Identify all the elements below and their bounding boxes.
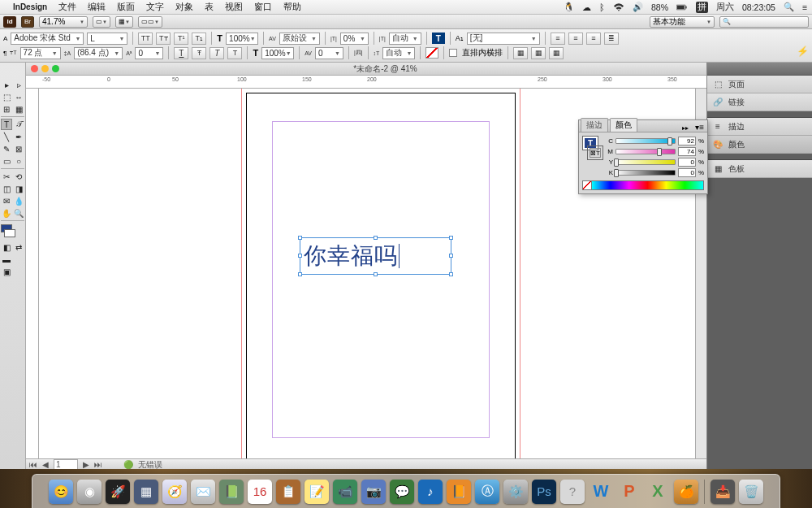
color-tab-stroke[interactable]: 描边 xyxy=(581,118,608,132)
ruler-vertical[interactable] xyxy=(26,89,39,458)
tracking-field[interactable]: 0▼ xyxy=(315,47,343,59)
spotlight-icon[interactable]: 🔍 xyxy=(784,2,794,12)
color-panel[interactable]: 描边 颜色 ▸▸▾≡ T ⊠T C92% M74% Y0% K0% xyxy=(578,119,708,194)
revital-button[interactable]: T xyxy=(227,47,242,59)
direct-select-tool[interactable]: ▹ xyxy=(13,79,24,90)
panel-swatches[interactable]: ▦色板 xyxy=(707,160,812,178)
font-size-field[interactable]: 72 点▼ xyxy=(20,47,61,59)
note-tool[interactable]: ✉ xyxy=(1,195,12,206)
menu-type[interactable]: 文字 xyxy=(146,1,164,13)
leading-field[interactable]: (86.4 点)▼ xyxy=(74,47,123,59)
notification-icon[interactable]: ≡ xyxy=(802,2,807,12)
free-transform-tool[interactable]: ⟲ xyxy=(13,171,24,182)
battery-icon[interactable] xyxy=(676,2,688,13)
dock-notes-icon[interactable]: 📝 xyxy=(304,480,329,504)
panel-tabstrip[interactable] xyxy=(707,63,812,76)
color-tab-color[interactable]: 颜色 xyxy=(610,118,637,132)
grid1-button[interactable]: ▦ xyxy=(513,47,528,59)
volume-icon[interactable]: 🔊 xyxy=(633,2,643,12)
window-zoom-icon[interactable] xyxy=(52,65,59,72)
wifi-icon[interactable] xyxy=(613,2,624,13)
dock-questionmark-icon[interactable]: ? xyxy=(560,480,585,504)
selection-tool[interactable]: ▸ xyxy=(1,79,12,90)
stroke-t-box[interactable]: ⊠T xyxy=(587,145,603,160)
ellipse-tool[interactable]: ○ xyxy=(13,155,24,167)
dock-safari-icon[interactable]: 🧭 xyxy=(162,480,187,504)
dock-itunes-icon[interactable]: ♪ xyxy=(418,480,443,504)
dock-preferences-icon[interactable]: ⚙️ xyxy=(503,480,528,504)
window-close-icon[interactable] xyxy=(31,65,38,72)
type-tool[interactable]: T xyxy=(1,119,12,130)
allcaps-button[interactable]: TT xyxy=(138,33,153,45)
dock-downloads-icon[interactable]: 📥 xyxy=(710,480,735,504)
eyedropper-tool[interactable]: 💧 xyxy=(13,195,24,206)
bluetooth-icon[interactable]: ᛒ xyxy=(599,2,605,12)
swap-fill-icon[interactable]: ⇄ xyxy=(13,241,24,253)
dock-ibooks-icon[interactable]: 📙 xyxy=(447,480,471,504)
dock-missioncontrol-icon[interactable]: ▦ xyxy=(134,480,158,504)
gap-tool[interactable]: ↔ xyxy=(13,91,24,102)
menu-table[interactable]: 表 xyxy=(205,1,214,13)
menu-help[interactable]: 帮助 xyxy=(283,1,301,13)
k-slider[interactable] xyxy=(615,170,676,176)
dock-w-icon[interactable]: W xyxy=(589,480,613,504)
typeonpath-tool[interactable]: 𝒯 xyxy=(13,119,24,130)
zoom-tool[interactable]: 🔍 xyxy=(13,207,24,219)
dock-photoshop-icon[interactable]: Ps xyxy=(532,480,556,504)
smallcaps-button[interactable]: Tᴛ xyxy=(156,33,171,45)
y-slider[interactable] xyxy=(615,159,676,165)
page-nav-next-icon[interactable]: ▶ xyxy=(83,460,89,469)
view-options-button[interactable]: ▭ ▼ xyxy=(93,16,110,28)
window-min-icon[interactable] xyxy=(41,65,49,72)
auto1-field[interactable]: 自动▼ xyxy=(389,33,421,45)
workspace-dropdown[interactable]: 基本功能▼ xyxy=(650,16,715,28)
strike-button[interactable]: Ŧ xyxy=(192,47,206,59)
c-slider[interactable] xyxy=(615,138,676,144)
ime-icon[interactable]: 拼 xyxy=(696,2,708,13)
menu-object[interactable]: 对象 xyxy=(175,1,193,13)
battery-percent[interactable]: 88% xyxy=(651,2,668,12)
underline-button[interactable]: T xyxy=(174,47,188,59)
dock-p-icon[interactable]: P xyxy=(617,480,641,504)
dock-finder-icon[interactable]: 😊 xyxy=(49,480,73,504)
align-left-button[interactable]: ≡ xyxy=(551,33,565,45)
dock-app1-icon[interactable]: 🍊 xyxy=(674,480,698,504)
italic-button[interactable]: T xyxy=(209,47,224,59)
m-value[interactable]: 74 xyxy=(678,147,696,156)
k-value[interactable]: 0 xyxy=(678,168,696,177)
fill-stroke-swatch[interactable] xyxy=(1,224,24,237)
content-tool[interactable]: ⊞ xyxy=(1,103,12,115)
font-weight-field[interactable]: L▼ xyxy=(87,33,127,45)
panel-links[interactable]: 🔗链接 xyxy=(707,93,812,111)
page-nav-prev-icon[interactable]: ◀ xyxy=(42,460,49,469)
apply-color-icon[interactable]: ▬ xyxy=(1,254,12,265)
rect-frame-tool[interactable]: ⊠ xyxy=(13,143,24,154)
grid2-button[interactable]: ▦ xyxy=(531,47,546,59)
search-button[interactable]: 🔍 xyxy=(719,16,809,28)
none-color-icon[interactable] xyxy=(582,180,592,190)
tategumi-checkbox[interactable] xyxy=(449,49,457,57)
dock-contacts-icon[interactable]: 📗 xyxy=(219,480,244,504)
dock-reminders-icon[interactable]: 📋 xyxy=(276,480,300,504)
gradient-tool[interactable]: ◫ xyxy=(1,183,12,194)
menu-layout[interactable]: 版面 xyxy=(117,1,135,13)
dock-x-icon[interactable]: X xyxy=(646,480,670,504)
vscale-field[interactable]: 100%▼ xyxy=(261,47,294,59)
pencil-tool[interactable]: ✎ xyxy=(1,143,12,154)
tt-field[interactable]: 0%▼ xyxy=(340,33,369,45)
char-format-icon[interactable]: A xyxy=(3,35,7,42)
menu-file[interactable]: 文件 xyxy=(58,1,76,13)
align-right-button[interactable]: ≡ xyxy=(586,33,601,45)
baseline-field[interactable]: 0▼ xyxy=(135,47,163,59)
gradient-feather-tool[interactable]: ◨ xyxy=(13,183,24,194)
preflight-icon[interactable]: 🟢 xyxy=(123,460,133,469)
menu-edit[interactable]: 编辑 xyxy=(88,1,106,13)
align-center-button[interactable]: ≡ xyxy=(568,33,583,45)
kerning-field[interactable]: 原始设▼ xyxy=(279,33,320,45)
color-spectrum[interactable] xyxy=(582,180,704,190)
y-value[interactable]: 0 xyxy=(678,158,696,167)
font-family-field[interactable]: Adobe 宋体 Std▼ xyxy=(11,33,84,45)
default-fill-icon[interactable]: ◧ xyxy=(1,241,12,253)
page-nav-first-icon[interactable]: ⏮ xyxy=(29,460,37,469)
para-format-icon[interactable]: ¶ xyxy=(3,50,6,57)
